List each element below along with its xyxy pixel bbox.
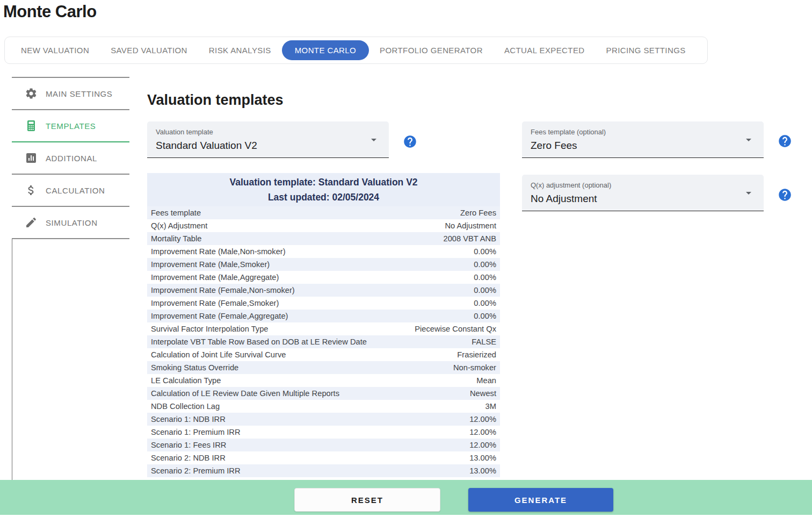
row-value: 0.00% [474,286,496,295]
row-label: Scenario 2: Premium IRR [151,466,241,475]
help-icon [403,134,417,149]
valuation-template-select[interactable]: Valuation template Standard Valuation V2 [147,121,389,158]
reset-button[interactable]: RESET [294,488,440,512]
table-row: Improvement Rate (Male,Smoker) 0.00% [147,258,500,271]
row-label: Fees template [151,209,201,217]
table-row: Fees template Zero Fees [147,206,500,219]
qx-adjustment-select[interactable]: Q(x) adjustment (optional) No Adjustment [522,175,764,211]
table-row: Interpolate VBT Table Row Based on DOB a… [147,335,500,348]
generate-button[interactable]: GENERATE [468,488,613,512]
help-icon[interactable] [403,134,417,149]
table-row: Scenario 2: Premium IRR 13.00% [147,464,500,477]
row-label: Improvement Rate (Female,Smoker) [151,299,279,307]
tab-risk-analysis[interactable]: RISK ANALYSIS [198,40,282,60]
page-title: Monte Carlo [3,2,97,21]
row-value: Mean [476,376,496,385]
table-title: Valuation template: Standard Valuation V… [147,175,500,190]
bar-chart-icon [25,152,38,164]
sidebar-item-additional[interactable]: ADDITIONAL [12,142,129,175]
row-label: Mortality Table [151,234,201,243]
row-value: Zero Fees [460,209,496,217]
row-label: Improvement Rate (Male,Smoker) [151,260,270,269]
help-icon [778,188,792,202]
sidebar-item-label: MAIN SETTINGS [46,89,112,98]
tab-pricing-settings[interactable]: PRICING SETTINGS [596,40,697,60]
tab-monte-carlo[interactable]: MONTE CARLO [282,40,369,60]
row-value: 3M [485,402,496,411]
row-value: 12.00% [469,415,496,423]
sidebar: MAIN SETTINGS TEMPLATES ADDITIONAL CALCU… [12,77,129,239]
sidebar-item-main-settings[interactable]: MAIN SETTINGS [12,78,129,110]
action-bar: RESET GENERATE [0,480,812,515]
row-value: Frasierized [457,350,496,359]
table-row: Smoking Status Override Non-smoker [147,361,500,374]
row-label: NDB Collection Lag [151,402,220,411]
table-row: Improvement Rate (Female,Aggregate) 0.00… [147,310,500,322]
chevron-down-icon [742,133,755,146]
row-label: Scenario 1: NDB IRR [151,415,226,423]
tab-new-valuation[interactable]: NEW VALUATION [10,40,100,60]
select-label: Fees template (optional) [531,128,606,136]
chevron-down-icon [742,186,755,199]
help-icon [778,134,792,148]
tab-actual-expected[interactable]: ACTUAL EXPECTED [494,40,596,60]
row-value: 0.00% [474,247,496,256]
row-value: Non-smoker [453,363,496,372]
sidebar-item-calculation[interactable]: CALCULATION [12,175,129,207]
select-label: Q(x) adjustment (optional) [531,181,611,189]
help-icon[interactable] [778,188,792,202]
row-label: Interpolate VBT Table Row Based on DOB a… [151,338,367,346]
select-label: Valuation template [156,128,213,136]
template-details-table: Valuation template: Standard Valuation V… [147,173,500,477]
table-row: Scenario 1: Premium IRR 12.00% [147,426,500,439]
row-label: Improvement Rate (Female,Non-smoker) [151,286,295,295]
table-header: Valuation template: Standard Valuation V… [147,173,500,206]
table-row: Scenario 2: NDB IRR 13.00% [147,451,500,464]
fees-template-select[interactable]: Fees template (optional) Zero Fees [522,121,764,158]
table-row: Improvement Rate (Male,Aggregate) 0.00% [147,271,500,284]
row-label: Improvement Rate (Female,Aggregate) [151,312,288,320]
row-value: 0.00% [474,273,496,282]
table-body: Fees template Zero Fees Q(x) Adjustment … [147,206,500,477]
row-label: Scenario 1: Premium IRR [151,428,241,436]
row-value: 0.00% [474,312,496,320]
pencil-icon [25,216,38,229]
help-icon[interactable] [778,134,792,148]
table-row: NDB Collection Lag 3M [147,400,500,413]
table-subtitle: Last updated: 02/05/2024 [147,190,500,205]
table-row: Improvement Rate (Female,Smoker) 0.00% [147,297,500,310]
section-title: Valuation templates [147,92,284,109]
table-row: Calculation of Joint Life Survival Curve… [147,348,500,361]
row-label: Improvement Rate (Male,Non-smoker) [151,247,286,256]
row-value: 0.00% [474,299,496,307]
row-value: 12.00% [469,441,496,449]
sidebar-item-templates[interactable]: TEMPLATES [12,110,129,142]
row-label: Smoking Status Override [151,363,238,372]
sidebar-item-simulation[interactable]: SIMULATION [12,207,129,239]
row-value: No Adjustment [445,221,496,230]
table-row: Mortality Table 2008 VBT ANB [147,232,500,245]
table-row: Calculation of LE Review Date Given Mult… [147,387,500,400]
row-label: Survival Factor Interpolation Type [151,325,269,333]
sidebar-item-label: CALCULATION [46,186,105,195]
table-row: Improvement Rate (Female,Non-smoker) 0.0… [147,284,500,297]
row-value: Piecewise Constant Qx [415,325,496,333]
row-value: 13.00% [469,454,496,462]
row-label: LE Calculation Type [151,376,221,385]
calculator-icon [25,119,38,132]
row-value: FALSE [472,338,496,346]
row-label: Scenario 1: Fees IRR [151,441,226,449]
table-row: Improvement Rate (Male,Non-smoker) 0.00% [147,245,500,258]
sidebar-item-label: SIMULATION [46,218,98,227]
row-value: 0.00% [474,260,496,269]
table-row: Q(x) Adjustment No Adjustment [147,219,500,232]
row-label: Improvement Rate (Male,Aggregate) [151,273,279,282]
row-value: 12.00% [469,428,496,436]
row-label: Calculation of Joint Life Survival Curve [151,350,286,359]
tab-bar: NEW VALUATIONSAVED VALUATIONRISK ANALYSI… [4,37,708,64]
row-value: 2008 VBT ANB [443,234,496,243]
row-label: Calculation of LE Review Date Given Mult… [151,389,339,398]
tab-saved-valuation[interactable]: SAVED VALUATION [100,40,198,60]
select-value: Zero Fees [531,140,577,152]
tab-portfolio-generator[interactable]: PORTFOLIO GENERATOR [369,40,494,60]
